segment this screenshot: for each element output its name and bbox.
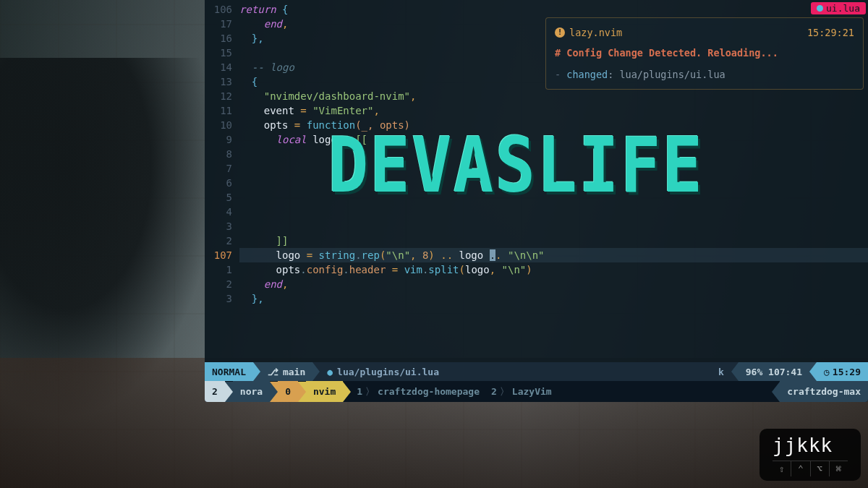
status-keypress: k bbox=[711, 362, 731, 381]
cmd-mod-icon: ⌘ bbox=[830, 461, 848, 476]
tmux-window-2[interactable]: 2〉LazyVim bbox=[485, 381, 558, 402]
option-mod-icon: ⌥ bbox=[811, 461, 830, 476]
tmux-line[interactable]: 2 nora 0 nvim 1〉craftzdog-homepage 2〉Laz… bbox=[205, 381, 868, 402]
statusline: NORMAL ⎇ main ● lua/plugins/ui.lua k 96%… bbox=[205, 362, 868, 381]
cursor: . bbox=[490, 249, 495, 261]
keycast-overlay: jjkkk ⇧ ⌃ ⌥ ⌘ bbox=[760, 429, 861, 481]
ctrl-mod-icon: ⌃ bbox=[791, 461, 810, 476]
tmux-window-1[interactable]: 1〉craftzdog-homepage bbox=[351, 381, 485, 402]
tmux-session-name[interactable]: nora bbox=[233, 381, 270, 402]
status-clock: ◷ 15:29 bbox=[817, 362, 868, 381]
status-filename: ● lua/plugins/ui.lua bbox=[320, 362, 446, 381]
editor-body[interactable]: 106 17 16 15 14 13 12 11 10 9 8 7 6 5 4 … bbox=[205, 2, 868, 360]
branch-icon: ⎇ bbox=[268, 367, 278, 377]
status-position: 96% 107:41 bbox=[739, 362, 809, 381]
mode-segment: NORMAL bbox=[205, 362, 253, 381]
terminal-window[interactable]: ui.lua ! lazy.nvim 15:29:21 # Config Cha… bbox=[205, 0, 868, 402]
tmux-host: craftzdog-max bbox=[780, 381, 868, 402]
clock-icon: ◷ bbox=[824, 367, 830, 377]
git-branch: ⎇ main bbox=[260, 362, 312, 381]
tmux-session-index[interactable]: 2 bbox=[205, 381, 225, 402]
code-area[interactable]: return { end, }, -- logo { "nvimdev/dash… bbox=[239, 2, 868, 360]
keycast-keys: jjkkk bbox=[773, 435, 848, 456]
cursor-line: logo = string.rep("\n", 8) .. logo .. "\… bbox=[239, 248, 868, 262]
lua-icon: ● bbox=[327, 367, 333, 377]
tmux-active-window-name[interactable]: nvim bbox=[306, 381, 343, 402]
shift-mod-icon: ⇧ bbox=[773, 461, 791, 476]
tmux-active-window-index[interactable]: 0 bbox=[278, 381, 298, 402]
line-gutter: 106 17 16 15 14 13 12 11 10 9 8 7 6 5 4 … bbox=[205, 2, 239, 360]
